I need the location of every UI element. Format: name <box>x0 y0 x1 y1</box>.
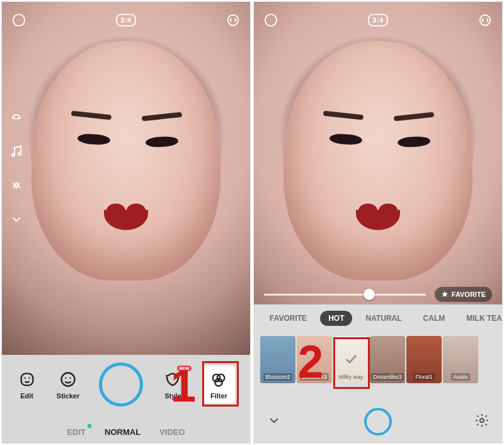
sticker-tool-button[interactable]: Sticker <box>57 369 80 400</box>
swap-icon[interactable] <box>8 177 25 194</box>
filter-analo[interactable]: Analo <box>443 336 478 383</box>
edit-icon <box>17 369 37 390</box>
svg-point-8 <box>24 378 25 379</box>
more-icon[interactable] <box>263 12 279 28</box>
filter-panel: FAVORITE HOT NATURAL CALM MILK TEA Bloss… <box>254 304 502 443</box>
filter-label: Analo <box>451 373 469 381</box>
svg-point-1 <box>16 20 17 20</box>
favorite-button[interactable]: FAVORITE <box>435 287 492 302</box>
portrait-lips <box>356 210 400 230</box>
edit-tool-button[interactable]: Edit <box>17 369 37 400</box>
edit-tool-label: Edit <box>20 392 33 400</box>
svg-point-12 <box>69 378 71 379</box>
svg-point-21 <box>480 419 484 422</box>
screen-capture-left: 3:4 Edit <box>1 1 251 444</box>
settings-icon[interactable] <box>474 413 490 431</box>
category-hot[interactable]: HOT <box>320 311 352 326</box>
portrait-lips <box>104 210 148 230</box>
svg-point-17 <box>268 20 269 20</box>
top-bar: 3:4 <box>254 8 502 32</box>
svg-point-5 <box>12 154 14 156</box>
style-tool-button[interactable]: NEW Style <box>163 369 183 400</box>
more-icon[interactable] <box>11 12 27 28</box>
slider-thumb[interactable] <box>364 289 375 300</box>
filter-milky-way-selected[interactable]: Milky way <box>333 336 369 383</box>
aperture-icon[interactable] <box>8 109 25 125</box>
new-badge: NEW <box>177 366 191 371</box>
portrait-face <box>284 41 472 280</box>
shutter-button-small[interactable] <box>364 408 392 436</box>
favorite-button-label: FAVORITE <box>452 291 486 298</box>
filter-icon <box>209 369 229 390</box>
filter-panel-bottom <box>254 408 502 436</box>
portrait-hair <box>253 2 503 267</box>
svg-point-4 <box>228 15 239 26</box>
portrait-face <box>32 41 220 280</box>
svg-point-9 <box>28 378 30 379</box>
filter-intensity-slider[interactable] <box>264 294 426 296</box>
svg-point-6 <box>18 153 21 155</box>
collapse-panel-button[interactable] <box>266 413 282 431</box>
filter-label: Dreamlike3 <box>371 373 404 381</box>
music-icon[interactable] <box>8 143 25 159</box>
filter-intensity-row: FAVORITE <box>264 287 492 302</box>
svg-rect-7 <box>21 374 33 386</box>
svg-point-3 <box>21 20 21 20</box>
style-icon <box>163 369 183 390</box>
flip-camera-icon[interactable] <box>477 12 493 28</box>
category-natural[interactable]: NATURAL <box>357 311 410 326</box>
category-calm[interactable]: CALM <box>415 311 454 326</box>
svg-point-19 <box>273 20 273 20</box>
filter-floral1[interactable]: Floral1 <box>406 336 442 383</box>
filter-tool-label: Filter <box>210 392 227 400</box>
svg-point-18 <box>270 20 271 20</box>
portrait-hair <box>1 2 251 267</box>
tab-edit[interactable]: EDIT <box>67 427 86 437</box>
svg-point-20 <box>480 15 491 26</box>
sticker-icon <box>58 369 78 390</box>
mode-tabs: EDIT NORMAL VIDEO <box>2 427 250 437</box>
filter-blossom3[interactable]: Blossom3 <box>297 336 332 383</box>
screen-capture-right: 3:4 FAVORITE FAVORITE HOT NATURAL CALM M… <box>253 1 503 444</box>
filter-blossom2[interactable]: Blossom2 <box>260 336 295 383</box>
filter-label: Blossom2 <box>263 373 292 381</box>
svg-point-15 <box>215 379 223 386</box>
filter-label: Blossom3 <box>300 373 329 381</box>
style-tool-label: Style <box>164 392 181 400</box>
aspect-ratio-button[interactable]: 3:4 <box>116 14 135 26</box>
chevron-down-icon[interactable] <box>8 211 25 228</box>
category-milk-tea[interactable]: MILK TEA <box>458 311 502 326</box>
sticker-tool-label: Sticker <box>57 392 80 400</box>
filter-thumbnails: Blossom2 Blossom3 Milky way Dreamlike3 F… <box>254 336 502 383</box>
shutter-button[interactable] <box>99 362 143 407</box>
tab-normal[interactable]: NORMAL <box>105 427 140 437</box>
svg-point-11 <box>65 378 66 379</box>
filter-label: Milky way <box>336 373 365 381</box>
aspect-ratio-button[interactable]: 3:4 <box>368 14 387 26</box>
flip-camera-icon[interactable] <box>225 12 241 28</box>
bottom-toolbar: Edit Sticker NEW Style Filter <box>2 355 250 443</box>
svg-point-2 <box>18 20 19 20</box>
left-tool-rail <box>8 109 25 228</box>
check-icon <box>343 351 358 366</box>
top-bar: 3:4 <box>2 8 250 32</box>
filter-category-tabs: FAVORITE HOT NATURAL CALM MILK TEA <box>254 311 502 326</box>
tab-video[interactable]: VIDEO <box>159 427 185 437</box>
filter-tool-button[interactable]: Filter <box>202 366 235 403</box>
filter-dreamlike3[interactable]: Dreamlike3 <box>370 336 405 383</box>
category-favorite[interactable]: FAVORITE <box>261 311 315 326</box>
filter-label: Floral1 <box>413 373 435 381</box>
svg-point-10 <box>61 373 74 386</box>
